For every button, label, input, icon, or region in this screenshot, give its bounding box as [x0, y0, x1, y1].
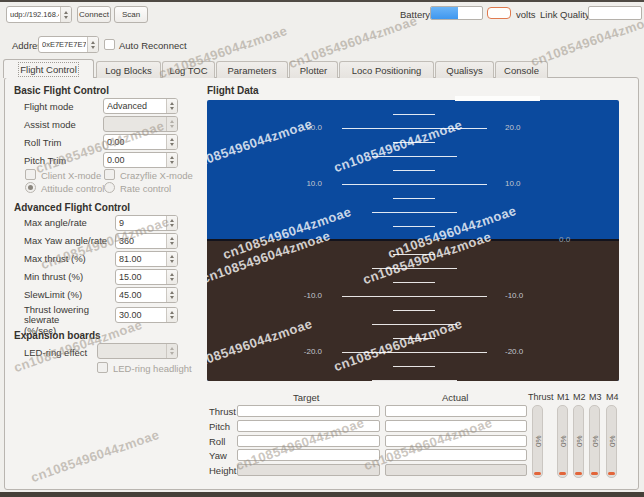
table-row-label: Pitch [209, 421, 230, 432]
advanced-row-value: 30.00 [119, 308, 165, 322]
actual-value-field[interactable] [385, 420, 527, 432]
roll-trim-spinbox[interactable]: 0.00 [103, 134, 178, 150]
motor-thrust-bar: 0% [557, 405, 568, 478]
actual-column-header: Actual [442, 392, 468, 403]
pitch-ladder-line [393, 198, 435, 199]
target-value-field[interactable] [237, 405, 380, 417]
advanced-flight-control-title: Advanced Flight Control [14, 202, 130, 213]
led-ring-effect-label: LED-ring effect [24, 347, 87, 358]
pitch-label-right: -10.0 [505, 291, 533, 300]
tab-log-toc[interactable]: Log TOC [162, 61, 215, 78]
spin-up-icon [170, 291, 174, 294]
spin-down-icon [64, 16, 68, 19]
tab-qualisys[interactable]: Qualisys [435, 61, 494, 78]
address-spinbox[interactable]: 0xE7E7E7E7E7 [38, 36, 99, 53]
advanced-row-spinner[interactable] [166, 308, 177, 322]
actual-value-field[interactable] [385, 449, 527, 461]
advanced-row-spinbox[interactable]: 81.00 [115, 251, 178, 267]
advanced-row-spinner[interactable] [166, 288, 177, 302]
motor-bar-fill [608, 472, 615, 475]
pitch-ladder-line [393, 338, 435, 339]
connection-uri-spinner[interactable] [60, 7, 71, 22]
pitch-ladder-line [393, 282, 435, 283]
volts-label: volts [516, 9, 536, 20]
pitch-ladder-line [342, 184, 487, 185]
artificial-horizon: 20.020.010.010.0-10.0-10.0-20.0-20.00.0 … [207, 100, 619, 381]
flight-data-title: Flight Data [207, 85, 259, 96]
actual-value-field[interactable] [385, 405, 527, 417]
target-value-field[interactable] [237, 420, 380, 432]
advanced-row-spinbox[interactable]: 45.00 [115, 287, 178, 303]
motor-thrust-bar: 0% [606, 405, 617, 478]
window-top-edge [0, 0, 644, 2]
advanced-row-spinner[interactable] [166, 234, 177, 248]
link-quality-label: Link Quality: [540, 9, 592, 20]
spin-down-icon [170, 296, 174, 299]
advanced-row-value: 15.00 [119, 270, 165, 284]
crazyflie-xmode-checkbox [104, 169, 115, 180]
pitch-trim-spinbox[interactable]: 0.00 [103, 152, 178, 168]
pitch-ladder-line [393, 142, 435, 143]
tab-plotter[interactable]: Plotter [289, 61, 338, 78]
tab-parameters[interactable]: Parameters [216, 61, 288, 78]
led-ring-headlight-checkbox [97, 362, 108, 373]
advanced-row-spinbox[interactable]: 15.00 [115, 269, 178, 285]
tab-loco-positioning[interactable]: Loco Positioning [339, 61, 434, 78]
pitch-ladder-line [372, 212, 457, 213]
assist-mode-value [107, 117, 165, 131]
spin-up-icon [170, 255, 174, 258]
spin-down-icon [170, 316, 174, 319]
advanced-row-spinner[interactable] [166, 216, 177, 230]
spin-up-icon [170, 138, 174, 141]
target-value-field[interactable] [237, 435, 380, 447]
target-value-field [237, 464, 380, 476]
advanced-row-spinbox[interactable]: 360 [115, 233, 178, 249]
advanced-row-label: Max thrust (%) [24, 254, 116, 264]
spin-up-icon [170, 273, 174, 276]
client-xmode-checkbox [25, 169, 36, 180]
auto-reconnect-checkbox[interactable] [104, 39, 115, 50]
advanced-row-value: 81.00 [119, 252, 165, 266]
address-spinner[interactable] [87, 37, 98, 52]
motor-bar-fill [534, 472, 541, 475]
crazyflie-xmode-label: Crazyflie X-mode [120, 170, 193, 181]
flight-mode-spinner[interactable] [166, 99, 177, 113]
auto-reconnect-label: Auto Reconnect [119, 40, 187, 51]
actual-value-field[interactable] [385, 435, 527, 447]
advanced-row-spinner[interactable] [166, 270, 177, 284]
pitch-ladder-line [393, 310, 435, 311]
spin-down-icon [91, 46, 95, 49]
link-quality-meter [588, 6, 642, 20]
pitch-ladder-line [393, 254, 435, 255]
table-row-label: Roll [209, 436, 225, 447]
pitch-ladder-line [372, 380, 457, 381]
pitch-ladder-line [342, 296, 487, 297]
tab-console[interactable]: Console [495, 61, 548, 78]
motor-header-m4: M4 [606, 392, 619, 402]
flight-mode-value: Advanced [107, 99, 165, 113]
spin-up-icon [170, 120, 174, 123]
spin-down-icon [170, 143, 174, 146]
target-value-field[interactable] [237, 449, 380, 461]
advanced-row-spinner[interactable] [166, 252, 177, 266]
tab-flight-control[interactable]: Flight Control [3, 59, 94, 78]
spin-down-icon [170, 125, 174, 128]
connection-uri-value: udp://192.168.43.42 [10, 7, 59, 22]
scan-button[interactable]: Scan [114, 6, 148, 23]
pitch-trim-spinner[interactable] [166, 153, 177, 167]
pitch-ladder-line [393, 170, 435, 171]
roll-trim-spinner[interactable] [166, 135, 177, 149]
client-xmode-label: Client X-mode [41, 170, 101, 181]
connection-uri-combo[interactable]: udp://192.168.43.42 [6, 6, 72, 23]
motor-bar-fill [575, 472, 582, 475]
pitch-label-left: 20.0 [294, 123, 322, 132]
advanced-row-spinbox[interactable]: 30.00 [115, 307, 178, 323]
rate-control-label: Rate control [120, 183, 171, 194]
motor-percent-label: 0% [575, 438, 584, 447]
connect-button[interactable]: Connect [77, 6, 111, 23]
tab-log-blocks[interactable]: Log Blocks [96, 61, 161, 78]
advanced-row-spinbox[interactable]: 9 [115, 215, 178, 231]
spin-down-icon [170, 107, 174, 110]
flight-mode-combo[interactable]: Advanced [103, 98, 178, 114]
battery-label: Battery: [400, 9, 433, 20]
